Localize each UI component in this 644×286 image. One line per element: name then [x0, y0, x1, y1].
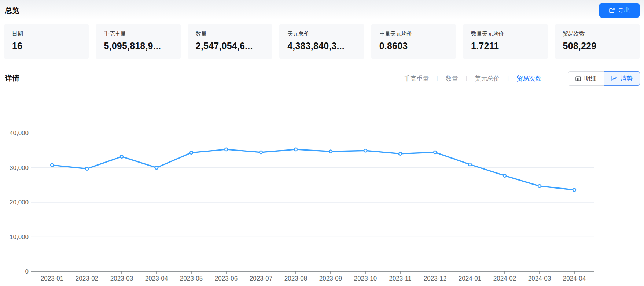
x-axis-tick-label: 2024-04 — [563, 275, 586, 282]
chart-point — [434, 151, 437, 154]
chart-point — [294, 148, 297, 151]
export-label: 导出 — [618, 6, 630, 15]
card-kg-weight: 千克重量 5,095,818,9... — [96, 24, 180, 59]
header: 总览 导出 — [0, 0, 644, 21]
metric-tab-kg-weight[interactable]: 千克重量 — [396, 74, 437, 83]
card-value: 5,095,818,9... — [104, 41, 180, 51]
metric-tab-quantity[interactable]: 数量 — [438, 74, 466, 83]
card-weight-avg-price: 重量美元均价 0.8603 — [371, 24, 456, 59]
y-axis-tick-label: 20,000 — [10, 199, 29, 206]
chart-point — [399, 152, 402, 155]
metric-tabs: 千克重量 | 数量 | 美元总价 | 贸易次数 — [396, 74, 549, 83]
x-axis-tick-label: 2024-02 — [493, 275, 516, 282]
chart-line — [52, 149, 574, 190]
details-row: 详情 千克重量 | 数量 | 美元总价 | 贸易次数 明细 趋势 — [5, 71, 640, 86]
card-usd-total: 美元总价 4,383,840,3... — [279, 24, 364, 59]
chart-point — [364, 149, 367, 152]
card-quantity: 数量 2,547,054,6... — [188, 24, 272, 59]
card-label: 重量美元均价 — [379, 30, 456, 37]
chart-point — [260, 151, 262, 154]
y-axis-tick-label: 10,000 — [10, 234, 29, 241]
page-title: 总览 — [5, 6, 19, 15]
x-axis-tick-label: 2023-01 — [41, 275, 63, 282]
x-axis-tick-label: 2023-02 — [76, 275, 98, 282]
chart-point — [468, 163, 471, 166]
metric-tab-trade-count[interactable]: 贸易次数 — [509, 74, 549, 83]
chart-point — [329, 150, 332, 153]
export-icon — [609, 7, 615, 14]
chart-point — [120, 155, 123, 158]
chart-point — [51, 164, 54, 167]
x-axis-tick-label: 2023-05 — [180, 275, 203, 282]
card-value: 1.7211 — [471, 41, 548, 51]
x-axis-tick-label: 2023-06 — [215, 275, 238, 282]
y-axis-tick-label: 0 — [25, 268, 29, 275]
card-value: 508,229 — [563, 41, 640, 51]
card-value: 2,547,054,6... — [196, 41, 272, 51]
x-axis-tick-label: 2024-03 — [528, 275, 551, 282]
y-axis-tick-label: 40,000 — [10, 130, 29, 137]
x-axis-tick-label: 2023-07 — [250, 275, 272, 282]
chart-point — [538, 185, 541, 187]
chart-point — [85, 167, 88, 170]
chart-point — [573, 188, 576, 191]
card-label: 美元总价 — [287, 30, 364, 37]
x-axis-tick-label: 2023-03 — [110, 275, 133, 282]
x-axis-tick-label: 2023-08 — [284, 275, 307, 282]
detail-view-button[interactable]: 明细 — [568, 71, 604, 86]
x-axis-tick-label: 2024-01 — [459, 275, 481, 282]
trend-view-button[interactable]: 趋势 — [604, 71, 640, 86]
x-axis-tick-label: 2023-11 — [389, 275, 411, 282]
card-label: 贸易次数 — [563, 30, 640, 37]
y-axis-tick-label: 30,000 — [10, 164, 29, 171]
chart-point — [155, 166, 158, 169]
detail-view-label: 明细 — [584, 74, 597, 83]
table-icon — [575, 75, 581, 82]
view-toggle: 明细 趋势 — [568, 71, 640, 86]
card-value: 16 — [12, 41, 89, 51]
chart-point — [190, 151, 193, 154]
summary-cards: 日期 16 千克重量 5,095,818,9... 数量 2,547,054,6… — [4, 24, 640, 59]
chart-point — [225, 148, 228, 151]
card-date: 日期 16 — [4, 24, 89, 59]
card-value: 0.8603 — [379, 41, 456, 51]
card-trade-count: 贸易次数 508,229 — [555, 24, 640, 59]
metric-tab-usd-total[interactable]: 美元总价 — [467, 74, 507, 83]
details-title: 详情 — [5, 74, 19, 83]
card-label: 千克重量 — [104, 30, 180, 37]
card-label: 数量 — [196, 30, 272, 37]
x-axis-tick-label: 2023-12 — [424, 275, 446, 282]
card-label: 日期 — [12, 30, 89, 37]
card-quantity-avg-price: 数量美元均价 1.7211 — [463, 24, 548, 59]
x-axis-tick-label: 2023-10 — [354, 275, 377, 282]
chart-point — [503, 174, 506, 177]
line-chart-icon — [611, 75, 617, 82]
x-axis-tick-label: 2023-04 — [145, 275, 168, 282]
card-label: 数量美元均价 — [471, 30, 548, 37]
trend-view-label: 趋势 — [620, 74, 633, 83]
card-value: 4,383,840,3... — [287, 41, 364, 51]
export-button[interactable]: 导出 — [599, 3, 640, 18]
x-axis-tick-label: 2023-09 — [319, 275, 342, 282]
